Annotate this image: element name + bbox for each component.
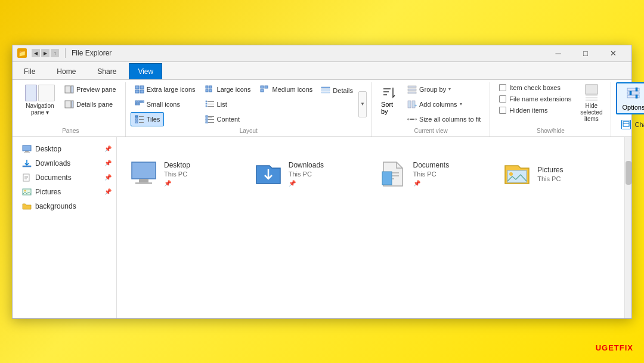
details-btn[interactable]: Details: [317, 83, 357, 98]
svg-rect-22: [206, 89, 208, 92]
svg-rect-4: [135, 86, 139, 89]
tab-view[interactable]: View: [129, 63, 162, 79]
preview-pane-btn[interactable]: Preview pane: [60, 82, 120, 97]
svg-rect-8: [135, 101, 137, 103]
svg-rect-67: [24, 152, 30, 153]
svg-rect-39: [261, 89, 264, 92]
svg-rect-76: [139, 179, 148, 182]
svg-rect-58: [627, 92, 639, 94]
scrollbar-thumb[interactable]: [626, 161, 631, 185]
sidebar-item-pictures[interactable]: Pictures 📌: [13, 185, 116, 199]
group-by-icon: [407, 85, 417, 94]
maximize-btn[interactable]: □: [572, 45, 599, 61]
svg-rect-12: [135, 103, 137, 105]
small-icons-icon: [135, 100, 144, 109]
show-hide-label: Show/hide: [537, 128, 565, 134]
file-tile-documents[interactable]: Documents This PC 📌: [373, 144, 493, 204]
svg-rect-63: [623, 122, 629, 126]
list-btn[interactable]: List: [201, 97, 231, 111]
ribbon: Navigationpane ▾ Preview pane De: [13, 80, 631, 137]
sort-by-btn[interactable]: Sort by: [377, 82, 402, 117]
svg-text:+: +: [414, 103, 417, 108]
panes-group: Navigationpane ▾ Preview pane De: [16, 82, 126, 136]
file-name-extensions-toggle[interactable]: File name extensions: [495, 94, 575, 104]
layout-group: Extra large icons Small icons Tiles: [126, 82, 372, 136]
file-tile-desktop-info: Desktop This PC 📌: [164, 161, 190, 187]
back-btn[interactable]: ◀: [32, 49, 40, 57]
file-tile-desktop[interactable]: Desktop This PC 📌: [124, 144, 244, 204]
group-by-btn[interactable]: Group by ▾: [403, 82, 455, 97]
file-tile-pictures-sub: This PC: [537, 175, 563, 182]
hidden-items-checkbox[interactable]: [499, 107, 506, 114]
navigation-pane-btn[interactable]: Navigationpane ▾: [21, 82, 59, 118]
svg-rect-32: [208, 117, 212, 118]
pin-icon-pictures: 📌: [104, 188, 112, 195]
svg-rect-16: [135, 119, 138, 120]
panes-label: Panes: [62, 128, 79, 134]
hidden-items-toggle[interactable]: Hidden items: [495, 105, 552, 116]
tab-file[interactable]: File: [15, 63, 44, 79]
layout-expand-btn[interactable]: ▼: [358, 91, 367, 117]
change-folder-icon: [621, 120, 631, 129]
file-tile-pictures[interactable]: Pictures This PC: [497, 144, 617, 204]
close-btn[interactable]: ✕: [599, 45, 627, 61]
extra-large-icons-icon: [135, 85, 144, 94]
change-folder-btn[interactable]: Change folder and search options: [616, 117, 644, 132]
current-view-label: Current view: [414, 128, 448, 134]
extra-large-icons-btn[interactable]: Extra large icons: [131, 82, 200, 97]
file-tile-documents-info: Documents This PC 📌: [413, 161, 450, 187]
svg-rect-19: [139, 122, 144, 123]
file-name-ext-checkbox[interactable]: [499, 95, 506, 103]
up-btn[interactable]: ↑: [51, 49, 59, 57]
tab-share[interactable]: Share: [88, 63, 125, 79]
forward-btn[interactable]: ▶: [41, 49, 49, 57]
sidebar-item-desktop[interactable]: Desktop 📌: [13, 142, 116, 156]
item-check-boxes-toggle[interactable]: Item check boxes: [495, 82, 565, 93]
backgrounds-folder-icon: [22, 201, 32, 211]
content-icon: [205, 114, 215, 124]
sidebar-item-downloads[interactable]: Downloads 📌: [13, 156, 116, 170]
svg-rect-21: [209, 86, 212, 88]
tiles-btn[interactable]: Tiles: [131, 112, 165, 126]
sidebar-item-backgrounds[interactable]: backgrounds: [13, 199, 116, 213]
svg-rect-46: [408, 86, 416, 88]
tab-home[interactable]: Home: [48, 63, 85, 79]
current-view-items: Sort by Group by ▾ +: [377, 82, 485, 126]
add-columns-btn[interactable]: + Add columns ▾: [403, 97, 466, 111]
window-title: File Explorer: [72, 49, 112, 57]
minimize-btn[interactable]: ─: [544, 45, 572, 61]
sidebar-item-documents[interactable]: Documents 📌: [13, 170, 116, 185]
scrollbar[interactable]: [624, 137, 631, 318]
svg-point-83: [509, 172, 513, 176]
svg-rect-6: [135, 90, 139, 93]
details-pane-btn[interactable]: Details pane: [60, 97, 117, 111]
file-tile-downloads-sub: This PC: [289, 170, 324, 178]
downloads-icon: [22, 159, 32, 168]
watermark-suffix: FIX: [620, 343, 633, 352]
medium-icons-btn[interactable]: Medium icons: [256, 82, 317, 97]
svg-rect-49: [408, 101, 411, 108]
svg-rect-3: [72, 101, 73, 108]
show-hide-items: Item check boxes File name extensions Hi…: [495, 82, 606, 126]
small-icons-btn[interactable]: Small icons: [131, 97, 184, 111]
large-icons-btn[interactable]: Large icons: [201, 82, 255, 97]
file-tile-documents-icon: [379, 160, 407, 188]
svg-rect-26: [206, 103, 207, 104]
sidebar-item-downloads-label: Downloads: [35, 159, 70, 167]
add-columns-arrow: ▾: [460, 101, 462, 107]
svg-rect-48: [408, 92, 416, 94]
content-btn[interactable]: Content: [201, 112, 244, 126]
details-list-icon: [321, 86, 330, 95]
svg-rect-37: [261, 86, 264, 88]
layout-label: Layout: [240, 128, 258, 134]
svg-rect-33: [206, 119, 208, 120]
group-by-arrow: ▾: [448, 86, 451, 92]
add-columns-icon: +: [407, 100, 417, 109]
pin-icon-desktop: 📌: [104, 145, 112, 152]
item-check-boxes-checkbox[interactable]: [499, 84, 506, 91]
file-tile-desktop-name: Desktop: [164, 161, 190, 169]
svg-rect-27: [208, 104, 214, 104]
file-tile-downloads[interactable]: Downloads This PC 📌: [249, 144, 369, 204]
size-all-columns-btn[interactable]: Size all columns to fit: [403, 112, 485, 126]
options-btn[interactable]: Options: [616, 82, 644, 114]
